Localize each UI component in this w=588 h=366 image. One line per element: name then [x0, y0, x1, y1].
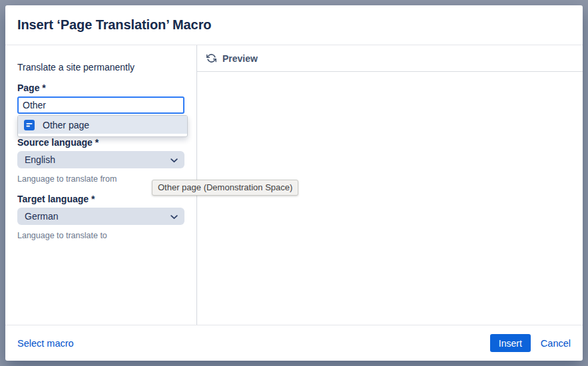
dialog-footer: Select macro Insert Cancel [5, 325, 583, 361]
source-language-label: Source language * [17, 137, 184, 148]
target-language-select[interactable]: German [17, 208, 184, 225]
chevron-down-icon [170, 154, 178, 165]
macro-dialog: Insert ‘Page Translation’ Macro Translat… [5, 5, 583, 361]
dialog-title: Insert ‘Page Translation’ Macro [17, 17, 211, 33]
page-tooltip: Other page (Demonstration Space) [152, 180, 298, 196]
page-field-label: Page * [17, 83, 184, 93]
target-language-value: German [25, 211, 59, 222]
insert-button[interactable]: Insert [490, 334, 531, 352]
preview-title: Preview [222, 53, 258, 64]
target-language-help: Language to translate to [17, 231, 184, 240]
page-background: { "dialog": { "title": "Insert ‘Page Tra… [0, 0, 588, 366]
page-combobox: Other page [17, 96, 184, 114]
cancel-link[interactable]: Cancel [541, 338, 571, 349]
dialog-header: Insert ‘Page Translation’ Macro [5, 5, 583, 45]
select-macro-link[interactable]: Select macro [17, 338, 74, 349]
dialog-body: Translate a site permanently Page * Ot [5, 45, 583, 325]
page-input[interactable] [17, 96, 184, 114]
source-language-value: English [25, 154, 55, 165]
suggestion-item-label: Other page [43, 120, 89, 130]
source-language-select[interactable]: English [17, 151, 184, 168]
preview-header: Preview [197, 45, 583, 72]
macro-description: Translate a site permanently [17, 62, 184, 73]
page-suggestions-dropdown: Other page [17, 115, 188, 137]
refresh-icon[interactable] [206, 53, 216, 63]
page-icon [24, 120, 35, 130]
suggestion-item-other-page[interactable]: Other page [18, 116, 187, 134]
chevron-down-icon [170, 211, 178, 222]
